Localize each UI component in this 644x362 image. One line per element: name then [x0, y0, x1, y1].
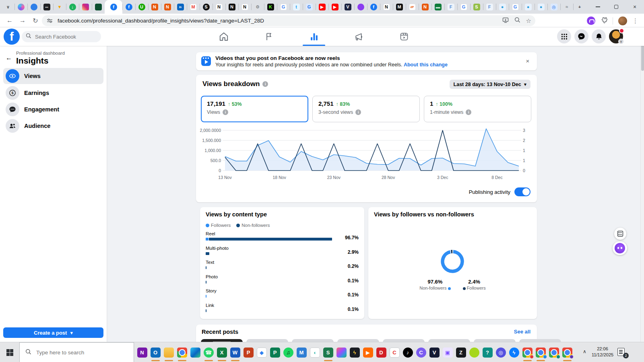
- tab-search[interactable]: ∨: [2, 0, 14, 14]
- taskbar-clipboard[interactable]: ▣: [442, 347, 453, 358]
- taskbar-canva[interactable]: C: [416, 347, 426, 358]
- menu-grid-icon[interactable]: [557, 29, 571, 43]
- download-tab[interactable]: ↓: [66, 0, 79, 14]
- metric-card-1-minute-views[interactable]: 1↑ 100%1-minute viewsi: [424, 96, 531, 122]
- google-tab[interactable]: G: [509, 0, 522, 14]
- youtube-tab[interactable]: ▶: [316, 0, 328, 14]
- tab-ads[interactable]: [336, 27, 382, 46]
- orange-n-tab[interactable]: N: [419, 0, 431, 14]
- taskbar-messenger[interactable]: ϟ: [509, 347, 519, 358]
- banner-close-icon[interactable]: ×: [522, 56, 533, 66]
- f-outline-tab[interactable]: F: [444, 0, 457, 14]
- s-circle-tab[interactable]: S: [200, 0, 213, 14]
- taskbar-chrome-profile-3[interactable]: [549, 347, 559, 358]
- sidebar-item-earnings[interactable]: $ Earnings: [3, 85, 103, 101]
- linkedin-tab[interactable]: in: [174, 0, 187, 14]
- page-scrollbar[interactable]: ▲: [640, 27, 644, 342]
- publishing-activity-toggle[interactable]: [514, 187, 530, 196]
- funnel-tab[interactable]: ▼: [53, 0, 66, 14]
- create-post-button[interactable]: Create a post▾: [3, 327, 103, 338]
- minimize-button[interactable]: [588, 0, 607, 14]
- metric-card-3-second-views[interactable]: 2,751↑ 83%3-second viewsi: [312, 96, 420, 122]
- news-tab[interactable]: N: [238, 0, 251, 14]
- taskbar-chrome[interactable]: [177, 347, 187, 358]
- browser-profile-avatar[interactable]: [618, 16, 627, 25]
- medium-tab[interactable]: M: [393, 0, 406, 14]
- monica-assistant-button[interactable]: [613, 241, 627, 255]
- news-tab[interactable]: N: [213, 0, 225, 14]
- drop-tab[interactable]: ●: [496, 0, 509, 14]
- zigzag-tab[interactable]: ≈: [560, 0, 573, 14]
- taskbar-mega[interactable]: [469, 347, 479, 358]
- recent-post-thumbnail[interactable]: [246, 339, 288, 342]
- install-icon[interactable]: [502, 17, 509, 25]
- taskbar-camtasia[interactable]: S: [323, 347, 333, 358]
- gear-tab[interactable]: ⚙: [251, 0, 264, 14]
- tab-insights-active[interactable]: [291, 27, 336, 46]
- twitter-tab[interactable]: t: [290, 0, 303, 14]
- news-dark-tab[interactable]: N: [225, 0, 238, 14]
- back-icon[interactable]: ←: [4, 15, 15, 26]
- see-all-link[interactable]: See all: [514, 329, 530, 335]
- taskbar-capcut[interactable]: C: [389, 347, 400, 358]
- orange-n-tab[interactable]: N: [148, 0, 161, 14]
- translate-tab[interactable]: G: [303, 0, 316, 14]
- zoom-icon[interactable]: [514, 17, 520, 25]
- recent-post-thumbnail[interactable]: [337, 339, 379, 342]
- messenger-icon[interactable]: [574, 29, 588, 43]
- taskbar-search-input[interactable]: [35, 349, 116, 356]
- browser-menu-icon[interactable]: ⋮: [632, 17, 638, 25]
- taskbar-chrome-profile-1[interactable]: [522, 347, 533, 358]
- facebook-tab-active[interactable]: f: [105, 0, 122, 14]
- date-range-button[interactable]: Last 28 days: 13 Nov-10 Dec ▾: [450, 80, 530, 89]
- info-icon[interactable]: i: [355, 109, 361, 115]
- facebook-search[interactable]: [22, 31, 101, 42]
- facebook-logo[interactable]: f: [4, 29, 20, 45]
- taskbar-edge[interactable]: [190, 347, 200, 358]
- search-input[interactable]: [34, 33, 91, 40]
- back-arrow-icon[interactable]: ←: [3, 52, 14, 64]
- sidebar-item-engagement[interactable]: Engagement: [3, 101, 103, 117]
- youtube-tab[interactable]: ▶: [328, 0, 341, 14]
- start-button[interactable]: [0, 342, 19, 362]
- orange-n-tab[interactable]: N: [161, 0, 174, 14]
- taskbar-filmora[interactable]: ϟ: [349, 347, 360, 358]
- taskbar-zarchiver[interactable]: Z: [456, 347, 466, 358]
- monica-extension-icon[interactable]: [587, 16, 595, 25]
- green-card-tab[interactable]: ▬: [431, 0, 444, 14]
- dp-tab[interactable]: dP: [406, 0, 419, 14]
- taskbar-v-app[interactable]: V: [429, 347, 440, 358]
- info-icon[interactable]: i: [223, 109, 228, 115]
- extensions-puzzle-icon[interactable]: [601, 16, 607, 25]
- metric-card-views[interactable]: 17,191↑ 53%Viewsi: [201, 96, 308, 122]
- notification-center-icon[interactable]: 2: [617, 348, 627, 357]
- taskbar-word[interactable]: W: [230, 347, 240, 358]
- tab-home[interactable]: [201, 27, 246, 46]
- recent-post-thumbnail[interactable]: [383, 339, 425, 342]
- darkgreen-tab[interactable]: [92, 0, 105, 14]
- taskbar-photoroom[interactable]: ◎: [495, 347, 506, 358]
- taskbar-outlook[interactable]: O: [150, 347, 161, 358]
- taskbar-help-app[interactable]: ?: [482, 347, 493, 358]
- recent-post-thumbnail[interactable]: [519, 339, 561, 342]
- shopify-tab[interactable]: S: [470, 0, 483, 14]
- tab-pages[interactable]: [246, 27, 291, 46]
- info-icon[interactable]: i: [466, 109, 471, 115]
- taskbar-davinci[interactable]: D: [376, 347, 386, 358]
- new-tab-button[interactable]: +: [573, 0, 586, 14]
- taskbar-photos[interactable]: [336, 347, 347, 358]
- notion-tab[interactable]: N: [380, 0, 393, 14]
- restore-button[interactable]: [607, 0, 625, 14]
- info-icon[interactable]: i: [262, 81, 268, 87]
- about-this-change-link[interactable]: About this change: [404, 62, 448, 68]
- drop-tab[interactable]: ●: [522, 0, 535, 14]
- site-settings-icon[interactable]: [47, 18, 53, 24]
- notifications-bell-icon[interactable]: [592, 29, 606, 43]
- taskbar-spotify[interactable]: ♫: [283, 347, 293, 358]
- taskbar-excel[interactable]: X: [217, 347, 227, 358]
- taskbar-inshot[interactable]: ▶: [363, 347, 373, 358]
- profile-avatar[interactable]: ∨: [609, 29, 623, 43]
- taskbar-onenote[interactable]: N: [137, 347, 147, 358]
- taskbar-clock[interactable]: 22:06 11/12/2025: [591, 346, 614, 358]
- taskbar-back-app[interactable]: ‹: [310, 347, 320, 358]
